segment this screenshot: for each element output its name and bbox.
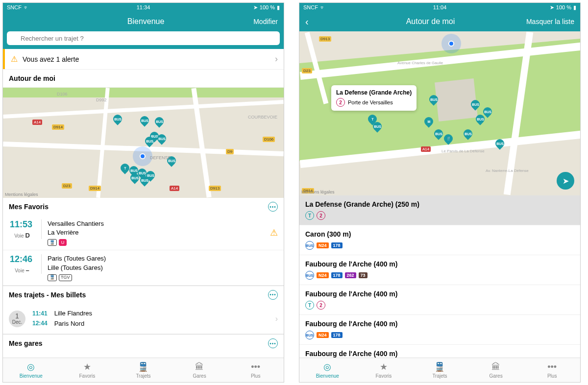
- tram-badge: T: [305, 301, 314, 310]
- tab-trajets[interactable]: 🚆 Trajets: [115, 358, 172, 382]
- status-bar: SNCFᯤ 11:04 ➤100 %▮: [299, 3, 580, 12]
- hide-list-button[interactable]: Masquer la liste: [526, 18, 574, 25]
- location-icon: ➤: [550, 4, 554, 11]
- plus-icon: •••: [547, 362, 557, 372]
- stations-more-button[interactable]: •••: [268, 338, 278, 348]
- tab-label: Bienvenue: [20, 373, 43, 379]
- stop-name: Faubourg de l'Arche (400 m): [305, 350, 574, 358]
- line-badge: N24: [317, 272, 329, 278]
- status-bar: SNCFᯤ 11:34 ➤100 %▮: [3, 3, 284, 12]
- alert-text: Vous avez 1 alerte: [23, 55, 270, 63]
- favoris-icon: ★: [83, 361, 91, 372]
- warning-icon: ⚠: [270, 227, 278, 238]
- tab-bienvenue[interactable]: ◎ Bienvenue: [3, 358, 59, 382]
- bienvenue-icon: ◎: [27, 361, 35, 372]
- tab-label: Trajets: [136, 373, 150, 379]
- tab-plus[interactable]: ••• Plus: [227, 358, 284, 382]
- map-legal[interactable]: Mentions légales: [5, 192, 38, 197]
- wifi-icon: ᯤ: [320, 4, 325, 10]
- favorites-more-button[interactable]: •••: [268, 202, 278, 212]
- stop-name: Faubourg de l'Arche (400 m): [305, 260, 574, 268]
- tab-bar: ◎ Bienvenue ★ Favoris 🚆 Trajets 🏛 Gares …: [3, 358, 284, 382]
- tab-label: Plus: [547, 373, 557, 379]
- stop-item[interactable]: Caron (300 m) BUSN24178: [299, 225, 580, 255]
- destination-primary: Versailles Chantiers: [48, 219, 264, 228]
- trip-times: 11:4112:44: [32, 309, 48, 328]
- tab-label: Plus: [251, 373, 260, 379]
- tram-badge: T: [305, 211, 314, 220]
- battery-text: 100 %: [556, 4, 571, 10]
- tab-label: Gares: [193, 373, 206, 379]
- line-badges: 🚆U: [48, 239, 264, 246]
- battery-text: 100 %: [260, 4, 275, 10]
- map-legal[interactable]: Mentions légales: [301, 190, 335, 194]
- trips-more-button[interactable]: •••: [268, 290, 278, 300]
- stations-title: Mes gares: [9, 339, 42, 347]
- trip-date: 1 Dec.: [9, 311, 25, 327]
- stop-item[interactable]: La Defense (Grande Arche) (250 m) T2: [299, 195, 580, 225]
- stop-item[interactable]: Faubourg de l'Arche (400 m) BUSN24178262…: [299, 255, 580, 285]
- chevron-right-icon: ›: [275, 314, 278, 323]
- status-time: 11:34: [98, 4, 189, 10]
- tab-label: Favoris: [375, 373, 392, 379]
- favorite-item[interactable]: 12:46 Voie – Paris (Toutes Gares) Lille …: [3, 250, 284, 285]
- map-full[interactable]: D913 D23 A14 D914 Le Parvis de La Défens…: [299, 31, 580, 195]
- trip-row[interactable]: 1 Dec. 11:4112:44 Lille FlandresParis No…: [3, 304, 284, 335]
- stop-item[interactable]: Faubourg de l'Arche (400 m) T2: [299, 285, 580, 315]
- gares-icon: 🏛: [195, 362, 204, 372]
- device-right: SNCFᯤ 11:04 ➤100 %▮ ‹ Autour de moi Masq…: [299, 2, 581, 383]
- alert-row[interactable]: ⚠ Vous avez 1 alerte ›: [3, 49, 284, 69]
- device-left: SNCFᯤ 11:34 ➤100 %▮ Bienvenue Modifier 🔍…: [2, 2, 284, 383]
- around-me-header: Autour de moi: [3, 70, 284, 88]
- bus-badge: BUS: [305, 331, 314, 339]
- line-2-badge: 2: [317, 211, 325, 220]
- warning-icon: ⚠: [11, 54, 18, 64]
- line-badge: 178: [331, 272, 343, 278]
- tab-favoris[interactable]: ★ Favoris: [59, 358, 116, 382]
- bus-badge: BUS: [305, 241, 314, 250]
- destination-primary: Paris (Toutes Gares): [48, 254, 278, 263]
- tab-trajets[interactable]: 🚆 Trajets: [412, 358, 468, 382]
- favoris-icon: ★: [380, 361, 388, 372]
- departure-time: 12:46: [9, 254, 33, 265]
- stop-name: La Defense (Grande Arche) (250 m): [305, 200, 574, 208]
- stop-item[interactable]: Faubourg de l'Arche (400 m) BUSN24178: [299, 315, 580, 345]
- tab-bienvenue[interactable]: ◎ Bienvenue: [299, 358, 356, 382]
- stop-name: Faubourg de l'Arche (400 m): [305, 320, 574, 328]
- tab-bar: ◎ Bienvenue ★ Favoris 🚆 Trajets 🏛 Gares …: [299, 358, 580, 382]
- locate-button[interactable]: ➤: [557, 172, 574, 190]
- back-button[interactable]: ‹: [305, 16, 335, 27]
- gares-icon: 🏛: [491, 362, 500, 372]
- tab-label: Bienvenue: [316, 373, 339, 379]
- stop-item[interactable]: Faubourg de l'Arche (400 m) T2: [299, 345, 580, 358]
- location-icon: ➤: [253, 4, 258, 11]
- station-row[interactable]: 🏛 Lille Europe ›: [3, 352, 284, 358]
- search-input[interactable]: [7, 31, 280, 45]
- tab-favoris[interactable]: ★ Favoris: [356, 358, 412, 382]
- line-badge: 262: [345, 272, 356, 278]
- line-badge: N24: [317, 242, 329, 248]
- tab-plus[interactable]: ••• Plus: [524, 358, 580, 382]
- line-2-badge: 2: [317, 301, 325, 310]
- page-title: Bienvenue: [38, 17, 253, 26]
- stop-name: Caron (300 m): [305, 230, 574, 238]
- line-badge: 73: [359, 272, 368, 278]
- edit-button[interactable]: Modifier: [253, 18, 278, 25]
- bus-badge: BUS: [305, 271, 314, 280]
- carrier: SNCF: [303, 4, 318, 10]
- line-badges: 🚆TGV: [48, 274, 278, 281]
- trajets-icon: 🚆: [138, 361, 148, 372]
- trip-stations: Lille FlandresParis Nord: [54, 309, 269, 329]
- bienvenue-icon: ◎: [323, 361, 331, 372]
- map-callout[interactable]: La Defense (Grande Arche) 2Porte de Vers…: [331, 85, 416, 111]
- tab-label: Gares: [489, 373, 502, 379]
- nav-bar: ‹ Autour de moi Masquer la liste: [299, 12, 580, 31]
- map-preview[interactable]: D106 D992 COURBEVOIE A14 D914 D23 D106 D…: [3, 88, 284, 198]
- favorite-item[interactable]: 11:53 Voie D Versailles Chantiers La Ver…: [3, 216, 284, 250]
- tab-gares[interactable]: 🏛 Gares: [172, 358, 228, 382]
- tab-label: Favoris: [79, 373, 95, 379]
- tab-gares[interactable]: 🏛 Gares: [468, 358, 524, 382]
- line-badge: N24: [317, 332, 329, 338]
- chevron-right-icon: ›: [275, 54, 278, 64]
- destination-secondary: Lille (Toutes Gares): [48, 264, 278, 272]
